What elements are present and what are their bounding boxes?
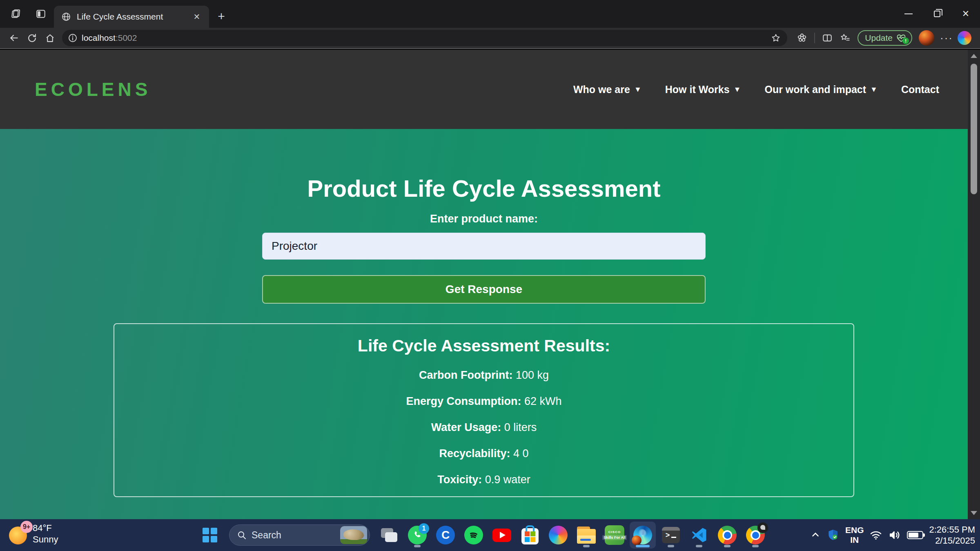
update-button[interactable]: Update !: [858, 30, 912, 46]
product-name-label: Enter product name:: [430, 213, 538, 225]
url-host: localhost: [82, 33, 116, 42]
whatsapp-icon: 1: [408, 526, 427, 544]
running-indicator: [724, 545, 731, 547]
battery-icon[interactable]: [907, 531, 923, 539]
nav-contact[interactable]: Contact: [901, 84, 939, 96]
site-nav: Who we are▼ How it Works▼ Our work and i…: [573, 84, 939, 96]
result-carbon: Carbon Footprint: 100 kg: [419, 369, 549, 382]
hidden-icons-chevron[interactable]: [810, 530, 821, 540]
screen: Life Cycle Assessment ✕ + ✕ localhost:50…: [0, 0, 980, 551]
clock[interactable]: 2:26:55 PM 2/15/2025: [929, 524, 975, 546]
chevron-down-icon: ▼: [634, 85, 641, 94]
restore-icon: [934, 11, 940, 17]
back-button[interactable]: [5, 30, 23, 46]
copilot-app-icon: [549, 526, 568, 544]
windows-taskbar: 9+ 84°F Sunny Search 1: [0, 519, 980, 551]
result-water: Water Usage: 0 liters: [431, 421, 537, 434]
running-indicator: [752, 545, 759, 547]
site-logo[interactable]: ECOLENS: [35, 78, 151, 100]
product-name-input[interactable]: [262, 233, 706, 260]
copilot-app-button[interactable]: [545, 522, 571, 549]
window-close-button[interactable]: ✕: [951, 0, 980, 28]
toolbar-divider: [814, 33, 815, 43]
vscode-icon: [690, 527, 708, 544]
skills-for-all-icon: CISCO Skills For All: [605, 525, 624, 545]
c-app-icon: C: [436, 526, 455, 544]
search-placeholder: Search: [252, 530, 340, 541]
browser-toolbar: localhost:5002 Update ! ···: [0, 28, 980, 49]
nav-our-work[interactable]: Our work and impact▼: [764, 84, 878, 96]
favorites-icon[interactable]: [836, 30, 854, 46]
running-indicator-active: [636, 545, 650, 547]
site-info-icon[interactable]: [68, 33, 78, 43]
chrome-profile-button[interactable]: [742, 522, 768, 549]
home-button[interactable]: [41, 30, 59, 46]
bookmark-star-icon[interactable]: [768, 30, 783, 46]
scroll-up-icon[interactable]: [971, 54, 977, 58]
split-screen-icon[interactable]: [818, 30, 836, 46]
youtube-button[interactable]: [489, 522, 515, 549]
extensions-icon[interactable]: [793, 30, 811, 46]
new-tab-button[interactable]: +: [212, 7, 230, 25]
vertical-tabs-icon[interactable]: [32, 5, 50, 23]
nav-who-we-are[interactable]: Who we are▼: [573, 84, 641, 96]
site-header: ECOLENS Who we are▼ How it Works▼ Our wo…: [0, 50, 968, 129]
c-app-button[interactable]: C: [432, 522, 459, 549]
whatsapp-button[interactable]: 1: [404, 522, 430, 549]
tray-time: 2:26:55 PM: [929, 524, 975, 535]
nav-how-it-works[interactable]: How it Works▼: [665, 84, 741, 96]
scrollbar-thumb[interactable]: [971, 64, 977, 194]
results-box: Life Cycle Assessment Results: Carbon Fo…: [114, 323, 854, 497]
more-icon: ···: [940, 32, 953, 44]
file-explorer-icon: [577, 529, 596, 544]
chrome-icon: [746, 526, 765, 544]
task-view-button[interactable]: [376, 522, 402, 549]
language-indicator[interactable]: ENG IN: [845, 525, 864, 545]
result-toxicity: Toxicity: 0.9 water: [437, 473, 530, 486]
taskbar-search[interactable]: Search: [229, 524, 370, 546]
profile-avatar[interactable]: [919, 30, 934, 46]
settings-more-button[interactable]: ···: [938, 30, 956, 46]
running-indicator: [668, 545, 674, 547]
windows-security-icon[interactable]: [826, 529, 840, 542]
microsoft-store-icon: [521, 528, 539, 544]
window-restore-button[interactable]: [923, 0, 951, 28]
refresh-button[interactable]: [23, 30, 41, 46]
youtube-icon: [492, 529, 511, 542]
address-bar[interactable]: localhost:5002: [62, 30, 787, 46]
web-page: ECOLENS Who we are▼ How it Works▼ Our wo…: [0, 50, 968, 519]
get-response-button[interactable]: Get Response: [262, 275, 706, 304]
chrome-button[interactable]: [714, 522, 740, 549]
microsoft-store-button[interactable]: [517, 522, 543, 549]
minimize-icon: [904, 13, 913, 14]
start-button[interactable]: [197, 522, 223, 549]
window-minimize-button[interactable]: [894, 0, 923, 28]
chevron-down-icon: ▼: [870, 85, 878, 94]
browser-tab[interactable]: Life Cycle Assessment ✕: [54, 6, 209, 28]
edge-button[interactable]: [630, 522, 656, 549]
running-indicator: [414, 545, 421, 547]
weather-widget[interactable]: 9+ 84°F Sunny: [9, 522, 58, 545]
search-icon: [237, 530, 247, 540]
spotify-button[interactable]: [461, 522, 487, 549]
volume-icon[interactable]: [888, 529, 901, 542]
terminal-button[interactable]: >: [658, 522, 684, 549]
spotify-icon: [464, 526, 483, 544]
update-alert-badge: !: [902, 38, 909, 44]
chrome-profile-badge: [757, 522, 768, 533]
workspaces-icon[interactable]: [7, 5, 25, 23]
page-scrollbar[interactable]: [968, 50, 980, 519]
edge-profile-badge: [632, 535, 641, 545]
wifi-icon[interactable]: [869, 529, 882, 542]
scroll-down-icon[interactable]: [971, 511, 977, 515]
vscode-button[interactable]: [686, 522, 712, 549]
chevron-down-icon: ▼: [734, 85, 741, 94]
skills-for-all-button[interactable]: CISCO Skills For All: [601, 522, 628, 549]
url-text: localhost:5002: [82, 33, 768, 43]
file-explorer-button[interactable]: [573, 522, 599, 549]
search-highlight-image[interactable]: [340, 526, 367, 544]
tab-close-icon[interactable]: ✕: [190, 10, 203, 23]
copilot-icon[interactable]: [956, 30, 973, 46]
task-view-icon: [381, 528, 397, 542]
result-energy: Energy Consumption: 62 kWh: [406, 395, 561, 408]
